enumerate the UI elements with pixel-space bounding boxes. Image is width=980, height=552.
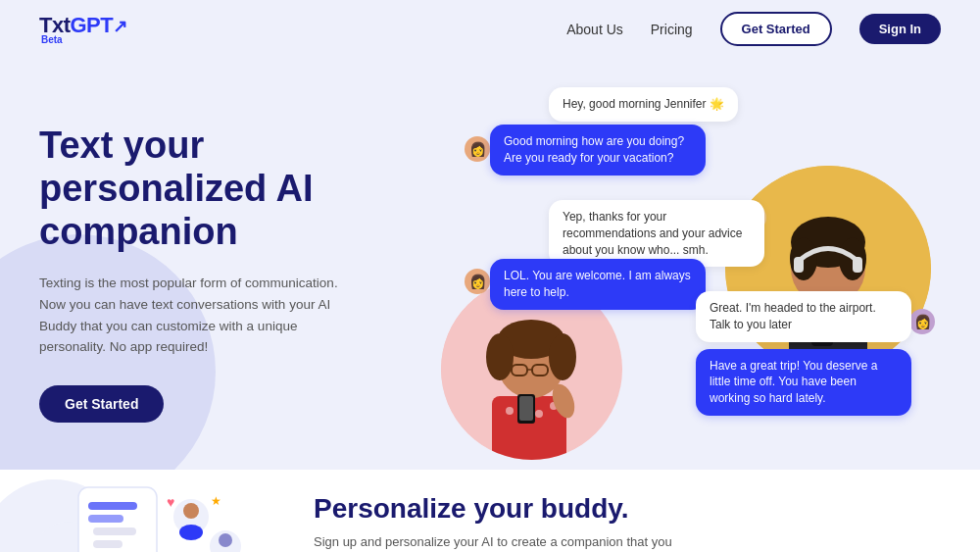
hero-subtitle: Texting is the most popular form of comm… [39,273,353,357]
beta-badge: Beta [41,34,63,45]
svg-text:★: ★ [211,494,221,508]
nav-about-us[interactable]: About Us [566,22,623,37]
avatar-4: 👩 [465,269,490,294]
section2-title: Personalize your buddy. [314,493,686,525]
chat-bubble-4: LOL. You are welcome. I am always here t… [490,259,706,310]
chat-area: Hey, good morning Jennifer 🌟 👩 Good morn… [431,77,941,470]
chat-bubble-5: Great. I'm headed to the airport. Talk t… [696,291,911,342]
nav-pricing[interactable]: Pricing [651,22,693,37]
svg-rect-29 [88,515,123,523]
chat-bubble-6: Have a great trip! You deserve a little … [696,349,911,416]
svg-point-34 [183,503,199,519]
section2-illustration: ♥ ★ [39,477,255,552]
hero-section: Text your personalized AI companion Text… [0,58,980,470]
avatar-5: 👩 [909,309,935,334]
chat-bubble-2: Good morning how are you doing? Are you … [490,125,706,176]
hero-right: Hey, good morning Jennifer 🌟 👩 Good morn… [412,58,941,470]
logo-wrap: TxtGPT↗ Beta [39,13,127,45]
svg-point-35 [179,525,203,540]
avatar-2: 👩 [465,136,490,162]
chat-bubble-3: Yep, thanks for your recommendations and… [549,200,764,267]
navbar: TxtGPT↗ Beta About Us Pricing Get Starte… [0,0,980,58]
section2-text: Personalize your buddy. Sign up and pers… [314,493,686,552]
nav-links: About Us Pricing Get Started Sign In [566,12,941,46]
hero-left: Text your personalized AI companion Text… [39,58,412,470]
chat-bubble-1: Hey, good morning Jennifer 🌟 [549,87,738,122]
nav-sign-in-button[interactable]: Sign In [859,14,941,44]
svg-rect-31 [93,540,122,548]
section2-subtitle: Sign up and personalize your AI to creat… [314,532,686,552]
nav-get-started-button[interactable]: Get Started [720,12,832,46]
svg-text:♥: ♥ [167,494,174,510]
section2: ♥ ★ Personalize your buddy. Sign up and … [0,470,980,552]
hero-get-started-button[interactable]: Get Started [39,385,164,423]
svg-point-37 [219,533,232,547]
svg-rect-28 [88,502,137,510]
hero-title: Text your personalized AI companion [39,125,412,253]
svg-rect-30 [93,527,136,535]
